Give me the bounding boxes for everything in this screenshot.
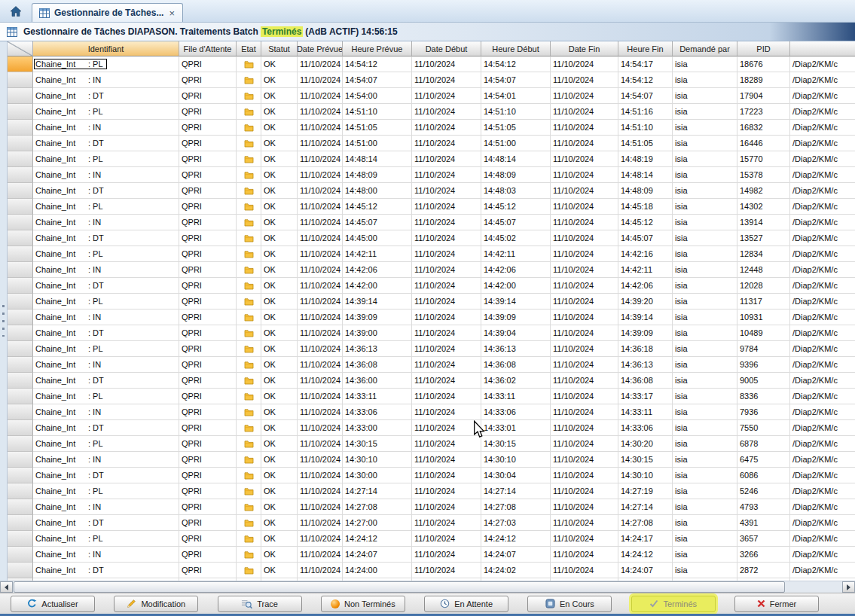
row-selector-cell[interactable] — [8, 404, 33, 420]
row-selector-cell[interactable] — [8, 531, 33, 547]
table-row[interactable]: Chaine_Int: DT QPRI OK 11/10/2024 14:39:… — [8, 325, 855, 341]
cell-heure-prevue: 14:30:15 — [343, 436, 412, 452]
non-termines-button[interactable]: Non Terminés — [321, 596, 405, 612]
column-header-heure-prevue[interactable]: Heure Prévue — [343, 41, 412, 56]
column-header-identifiant[interactable]: Identifiant — [33, 41, 179, 56]
row-selector-cell[interactable] — [8, 294, 33, 310]
row-selector-cell[interactable] — [8, 199, 33, 215]
table-row[interactable]: Chaine_Int: IN QPRI OK 11/10/2024 14:39:… — [8, 310, 855, 325]
table-row[interactable]: Chaine_Int: DT QPRI OK 11/10/2024 14:33:… — [8, 420, 855, 436]
column-header-date-debut[interactable]: Date Début — [412, 41, 481, 56]
row-selector-cell[interactable] — [8, 420, 33, 436]
table-row[interactable]: Chaine_Int: IN QPRI OK 11/10/2024 14:27:… — [8, 499, 855, 515]
column-header-etat[interactable]: Etat — [237, 41, 261, 56]
table-row[interactable]: Chaine_Int: PL QPRI OK 11/10/2024 14:48:… — [8, 151, 855, 167]
table-row[interactable]: Chaine_Int: IN QPRI OK 11/10/2024 14:36:… — [8, 357, 855, 373]
fermer-button[interactable]: Fermer — [734, 596, 819, 612]
cell-date-debut: 11/10/2024 — [412, 531, 481, 547]
row-selector-cell[interactable] — [8, 151, 33, 167]
cell-file-attente: QPRI — [179, 531, 237, 547]
row-selector-cell[interactable] — [8, 341, 33, 357]
row-selector-cell[interactable] — [8, 325, 33, 341]
row-selector-cell[interactable] — [8, 357, 33, 373]
row-selector-cell[interactable] — [8, 452, 33, 468]
row-selector-cell[interactable] — [8, 215, 33, 230]
column-header-statut[interactable]: Statut — [261, 41, 298, 56]
table-row[interactable]: Chaine_Int: PL QPRI OK 11/10/2024 14:27:… — [8, 483, 855, 499]
table-row[interactable]: Chaine_Int: IN QPRI OK 11/10/2024 14:42:… — [8, 262, 855, 278]
row-selector-cell[interactable] — [8, 389, 33, 404]
column-header-heure-debut[interactable]: Heure Début — [481, 41, 551, 56]
column-header-date-prevue[interactable]: Date Prévue — [298, 41, 343, 56]
grid-corner-cell[interactable] — [8, 41, 33, 56]
table-row[interactable]: Chaine_Int: IN QPRI OK 11/10/2024 14:33:… — [8, 404, 855, 420]
table-row[interactable]: Chaine_Int: PL QPRI OK 11/10/2024 14:54:… — [8, 56, 855, 72]
row-selector-cell[interactable] — [8, 246, 33, 262]
table-row[interactable]: Chaine_Int: DT QPRI OK 11/10/2024 14:30:… — [8, 468, 855, 483]
table-row[interactable]: Chaine_Int: IN QPRI OK 11/10/2024 14:30:… — [8, 452, 855, 468]
table-row[interactable]: Chaine_Int: DT QPRI OK 11/10/2024 14:42:… — [8, 278, 855, 294]
table-row[interactable]: Chaine_Int: PL QPRI OK 11/10/2024 14:39:… — [8, 294, 855, 310]
row-selector-cell[interactable] — [8, 278, 33, 294]
table-row[interactable]: Chaine_Int: DT QPRI OK 11/10/2024 14:45:… — [8, 230, 855, 246]
trace-button[interactable]: Trace — [218, 596, 302, 612]
column-header-date-fin[interactable]: Date Fin — [551, 41, 618, 56]
table-row[interactable]: Chaine_Int: PL QPRI OK 11/10/2024 14:51:… — [8, 104, 855, 120]
table-row[interactable]: Chaine_Int: DT QPRI OK 11/10/2024 14:36:… — [8, 373, 855, 389]
table-row[interactable]: Chaine_Int: DT QPRI OK 11/10/2024 14:51:… — [8, 136, 855, 151]
row-selector-cell[interactable] — [8, 499, 33, 515]
column-header-pid[interactable]: PID — [737, 41, 790, 56]
table-row[interactable]: Chaine_Int: DT QPRI OK 11/10/2024 14:54:… — [8, 88, 855, 104]
table-row[interactable]: Chaine_Int: PL QPRI OK 11/10/2024 14:33:… — [8, 389, 855, 404]
scroll-right-button[interactable] — [842, 581, 855, 593]
table-row[interactable]: Chaine_Int: PL QPRI OK 11/10/2024 14:30:… — [8, 436, 855, 452]
row-selector-cell[interactable] — [8, 483, 33, 499]
table-row[interactable]: Chaine_Int: PL QPRI OK 11/10/2024 14:24:… — [8, 531, 855, 547]
row-selector-cell[interactable] — [8, 167, 33, 183]
column-header-extra[interactable] — [790, 41, 855, 56]
row-selector-cell[interactable] — [8, 515, 33, 531]
row-selector-cell[interactable] — [8, 183, 33, 199]
scroll-left-button[interactable] — [0, 581, 13, 593]
row-selector-cell[interactable] — [8, 104, 33, 120]
table-row[interactable]: Chaine_Int: IN QPRI OK 11/10/2024 14:48:… — [8, 167, 855, 183]
en-attente-button[interactable]: En Attente — [424, 596, 508, 612]
row-selector-cell[interactable] — [8, 468, 33, 483]
table-row[interactable]: Chaine_Int: PL QPRI OK 11/10/2024 14:45:… — [8, 199, 855, 215]
left-splitter[interactable] — [0, 41, 8, 581]
h-scrollbar-track[interactable] — [13, 581, 842, 593]
modification-button[interactable]: Modification — [114, 596, 198, 612]
row-selector-cell[interactable] — [8, 88, 33, 104]
column-header-demande-par[interactable]: Demandé par — [673, 41, 737, 56]
row-selector-cell[interactable] — [8, 436, 33, 452]
table-row[interactable]: Chaine_Int: PL QPRI OK 11/10/2024 14:36:… — [8, 341, 855, 357]
row-selector-cell[interactable] — [8, 72, 33, 88]
row-selector-cell[interactable] — [8, 136, 33, 151]
table-row[interactable]: Chaine_Int: PL QPRI OK 11/10/2024 14:42:… — [8, 246, 855, 262]
row-selector-cell[interactable] — [8, 373, 33, 389]
table-row[interactable]: Chaine_Int: DT QPRI OK 11/10/2024 14:27:… — [8, 515, 855, 531]
tab-close-icon[interactable]: × — [168, 8, 176, 18]
tab-gestionnaire-taches[interactable]: Gestionnaire de Tâches... × — [32, 3, 183, 22]
table-row[interactable]: Chaine_Int: IN QPRI OK 11/10/2024 14:54:… — [8, 72, 855, 88]
column-header-heure-fin[interactable]: Heure Fin — [618, 41, 673, 56]
table-row[interactable]: Chaine_Int: IN QPRI OK 11/10/2024 14:24:… — [8, 547, 855, 563]
row-selector-cell[interactable] — [8, 563, 33, 578]
row-selector-cell[interactable] — [8, 56, 33, 72]
row-selector-cell[interactable] — [8, 262, 33, 278]
row-selector-cell[interactable] — [8, 310, 33, 325]
table-row[interactable]: Chaine_Int: DT QPRI OK 11/10/2024 14:24:… — [8, 563, 855, 578]
h-scrollbar-thumb[interactable] — [14, 581, 785, 593]
row-selector-cell[interactable] — [8, 547, 33, 563]
home-button[interactable] — [6, 2, 26, 20]
column-header-file-attente[interactable]: File d'Attente — [179, 41, 237, 56]
table-row[interactable]: Chaine_Int: IN QPRI OK 11/10/2024 14:45:… — [8, 215, 855, 230]
termines-button[interactable]: Terminés — [631, 596, 716, 612]
cell-heure-prevue: 14:33:06 — [343, 404, 412, 420]
en-cours-button[interactable]: En Cours — [527, 596, 612, 612]
row-selector-cell[interactable] — [8, 120, 33, 136]
row-selector-cell[interactable] — [8, 230, 33, 246]
actualiser-button[interactable]: Actualiser — [11, 596, 95, 612]
table-row[interactable]: Chaine_Int: DT QPRI OK 11/10/2024 14:48:… — [8, 183, 855, 199]
table-row[interactable]: Chaine_Int: IN QPRI OK 11/10/2024 14:51:… — [8, 120, 855, 136]
